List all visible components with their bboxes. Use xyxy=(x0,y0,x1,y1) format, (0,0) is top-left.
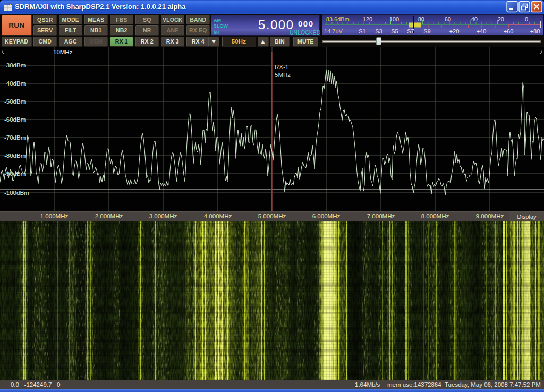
svg-text:S5: S5 xyxy=(391,28,398,35)
svg-text:-120: -120 xyxy=(361,16,372,22)
svg-text:-80: -80 xyxy=(416,16,424,22)
svg-text:RX-1: RX-1 xyxy=(275,64,288,70)
svg-text:-20: -20 xyxy=(496,16,504,22)
svg-text:-70dBm: -70dBm xyxy=(4,134,26,141)
svg-text:-60dBm: -60dBm xyxy=(4,116,26,123)
svg-text:S7: S7 xyxy=(407,28,414,35)
svg-text:+80: +80 xyxy=(530,28,540,35)
svg-text:+20: +20 xyxy=(449,28,460,35)
svg-text:+40: +40 xyxy=(477,28,487,35)
svg-text:10MHz: 10MHz xyxy=(53,49,73,55)
svg-text:S3: S3 xyxy=(375,28,382,35)
svg-text:-50dBm: -50dBm xyxy=(4,98,26,105)
svg-text:-100: -100 xyxy=(387,16,399,22)
svg-text:S9: S9 xyxy=(423,28,430,35)
svg-text:-80dBm: -80dBm xyxy=(4,152,26,159)
svg-text:5MHz: 5MHz xyxy=(275,72,291,78)
svg-text:-100dBm: -100dBm xyxy=(4,190,29,196)
svg-text:-60: -60 xyxy=(443,16,451,22)
svg-text:14.7uV: 14.7uV xyxy=(324,28,343,35)
svg-text:-40: -40 xyxy=(469,16,478,22)
svg-text:-83.6dBm: -83.6dBm xyxy=(324,16,350,22)
svg-text:-30dBm: -30dBm xyxy=(4,62,26,69)
svg-text:0: 0 xyxy=(525,16,528,22)
svg-text:+60: +60 xyxy=(504,28,514,35)
svg-text:S1: S1 xyxy=(359,28,366,35)
svg-text:-40dBm: -40dBm xyxy=(4,80,26,87)
